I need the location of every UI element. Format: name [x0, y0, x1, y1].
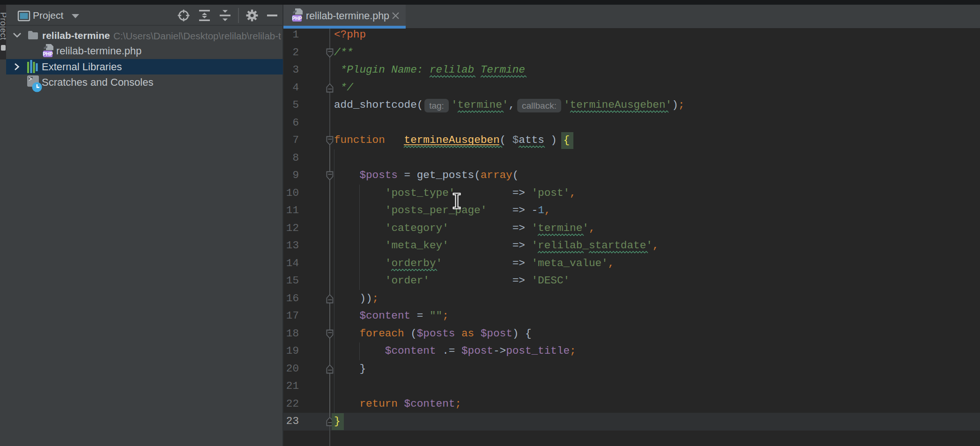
svg-text:PHP: PHP	[43, 51, 53, 57]
svg-text:PHP: PHP	[292, 15, 302, 21]
